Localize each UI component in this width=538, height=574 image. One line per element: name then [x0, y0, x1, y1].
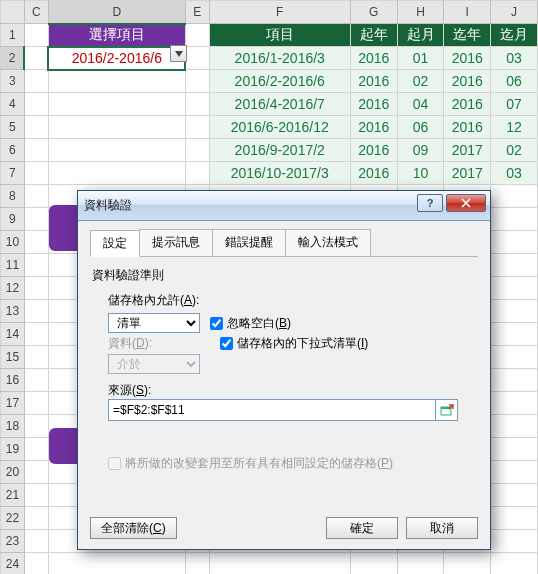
- ignore-blank-input[interactable]: [210, 317, 223, 330]
- row-header[interactable]: 6: [1, 139, 25, 162]
- cell[interactable]: 09: [397, 139, 444, 162]
- col-header-d[interactable]: D: [48, 1, 185, 24]
- tab-input-message[interactable]: 提示訊息: [139, 229, 213, 256]
- cell[interactable]: 07: [491, 93, 538, 116]
- cell[interactable]: [48, 162, 185, 185]
- col-header-e[interactable]: E: [185, 1, 209, 24]
- cell[interactable]: [24, 323, 48, 346]
- cell[interactable]: 02: [491, 139, 538, 162]
- cell[interactable]: [491, 530, 538, 553]
- cell[interactable]: 2016: [350, 139, 397, 162]
- cell[interactable]: [491, 277, 538, 300]
- ok-button[interactable]: 確定: [326, 517, 398, 539]
- cell[interactable]: [24, 254, 48, 277]
- cell[interactable]: [185, 162, 209, 185]
- col-header-j[interactable]: J: [491, 1, 538, 24]
- row-header[interactable]: 1: [1, 24, 25, 47]
- cell[interactable]: [24, 116, 48, 139]
- cell[interactable]: 2016: [350, 116, 397, 139]
- cell[interactable]: [491, 300, 538, 323]
- row-header[interactable]: 4: [1, 93, 25, 116]
- row-header[interactable]: 11: [1, 254, 25, 277]
- cell[interactable]: [491, 346, 538, 369]
- cell[interactable]: [491, 323, 538, 346]
- cell[interactable]: [185, 93, 209, 116]
- cell[interactable]: 2016/4-2016/7: [209, 93, 350, 116]
- cell[interactable]: [24, 461, 48, 484]
- cell[interactable]: [48, 70, 185, 93]
- cell[interactable]: [48, 93, 185, 116]
- cell[interactable]: [24, 47, 48, 70]
- cell[interactable]: 12: [491, 116, 538, 139]
- cell[interactable]: 2016: [350, 47, 397, 70]
- tab-ime-mode[interactable]: 輸入法模式: [285, 229, 371, 256]
- cell-dropdown-button[interactable]: [170, 45, 187, 62]
- cell[interactable]: 2016: [444, 70, 491, 93]
- cell[interactable]: 迄月: [491, 24, 538, 47]
- cell[interactable]: [209, 553, 350, 575]
- cell[interactable]: [24, 277, 48, 300]
- cell[interactable]: 起月: [397, 24, 444, 47]
- row-header[interactable]: 13: [1, 300, 25, 323]
- row-header[interactable]: 23: [1, 530, 25, 553]
- cell[interactable]: 2016/10-2017/3: [209, 162, 350, 185]
- cell[interactable]: [491, 185, 538, 208]
- ignore-blank-checkbox[interactable]: 忽略空白(B): [210, 315, 291, 332]
- cell[interactable]: 2016/1-2016/3: [209, 47, 350, 70]
- cell[interactable]: [24, 346, 48, 369]
- row-header[interactable]: 12: [1, 277, 25, 300]
- cell[interactable]: [491, 438, 538, 461]
- row-header[interactable]: 9: [1, 208, 25, 231]
- cell[interactable]: [24, 208, 48, 231]
- cell[interactable]: 01: [397, 47, 444, 70]
- row-header[interactable]: 17: [1, 392, 25, 415]
- cell[interactable]: 迄年: [444, 24, 491, 47]
- cell[interactable]: [24, 162, 48, 185]
- row-header[interactable]: 15: [1, 346, 25, 369]
- cell[interactable]: [491, 231, 538, 254]
- row-header[interactable]: 16: [1, 369, 25, 392]
- cell[interactable]: [24, 93, 48, 116]
- incell-dropdown-input[interactable]: [220, 337, 233, 350]
- cell[interactable]: 10: [397, 162, 444, 185]
- tab-settings[interactable]: 設定: [90, 230, 140, 257]
- cell[interactable]: 選擇項目: [48, 24, 185, 47]
- cell[interactable]: [185, 553, 209, 575]
- cell[interactable]: [24, 70, 48, 93]
- col-header-c[interactable]: C: [24, 1, 48, 24]
- row-header[interactable]: 22: [1, 507, 25, 530]
- cell[interactable]: 2016: [350, 162, 397, 185]
- row-header[interactable]: 5: [1, 116, 25, 139]
- cell[interactable]: [491, 553, 538, 575]
- dialog-titlebar[interactable]: 資料驗證 ?: [78, 191, 490, 221]
- cell[interactable]: 2016: [444, 93, 491, 116]
- cell[interactable]: [185, 47, 209, 70]
- cell[interactable]: 2016/6-2016/12: [209, 116, 350, 139]
- cell[interactable]: [397, 553, 444, 575]
- col-header-h[interactable]: H: [397, 1, 444, 24]
- cell[interactable]: [24, 139, 48, 162]
- row-header[interactable]: 7: [1, 162, 25, 185]
- cell[interactable]: 03: [491, 162, 538, 185]
- selected-cell[interactable]: 2016/2-2016/6: [48, 47, 185, 70]
- cell[interactable]: [24, 415, 48, 438]
- incell-dropdown-checkbox[interactable]: 儲存格內的下拉式清單(I): [220, 335, 368, 352]
- cell[interactable]: [24, 553, 48, 575]
- cell[interactable]: 2016: [444, 116, 491, 139]
- cell[interactable]: 06: [491, 70, 538, 93]
- cell[interactable]: [491, 461, 538, 484]
- dialog-help-button[interactable]: ?: [417, 194, 443, 212]
- source-input[interactable]: [108, 399, 436, 421]
- cell[interactable]: [24, 300, 48, 323]
- dialog-close-button[interactable]: [446, 194, 486, 212]
- col-header-i[interactable]: I: [444, 1, 491, 24]
- cancel-button[interactable]: 取消: [406, 517, 478, 539]
- select-all-corner[interactable]: [1, 1, 25, 24]
- cell[interactable]: [491, 392, 538, 415]
- cell[interactable]: 2016/9-2017/2: [209, 139, 350, 162]
- allow-combo[interactable]: 清單: [108, 313, 200, 333]
- cell[interactable]: [491, 208, 538, 231]
- row-header[interactable]: 10: [1, 231, 25, 254]
- cell[interactable]: [444, 553, 491, 575]
- cell[interactable]: [491, 369, 538, 392]
